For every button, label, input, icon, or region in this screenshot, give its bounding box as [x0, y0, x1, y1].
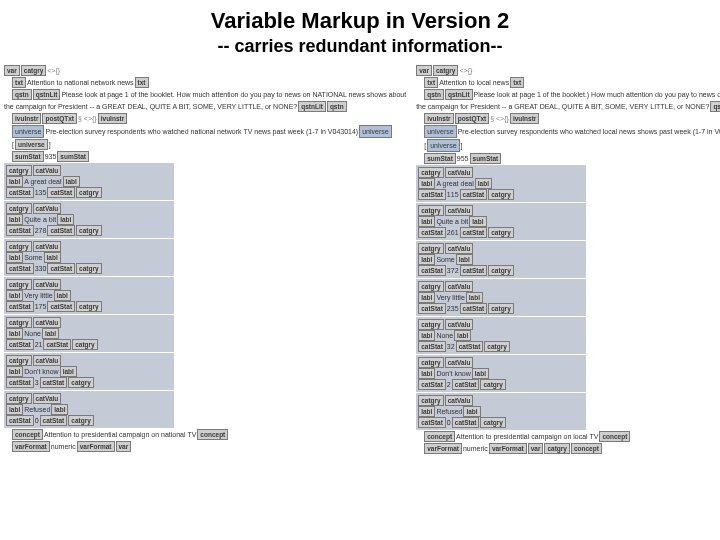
tag-close: labl — [456, 254, 473, 265]
tag-close: catgry — [76, 263, 102, 274]
cat-label: None — [436, 330, 453, 341]
tag-concept: concept — [12, 429, 43, 440]
sumstat-val: 955 — [457, 153, 469, 164]
cat-val: 0 — [447, 417, 451, 428]
tag-close: catgry — [480, 379, 506, 390]
tag-catStat: catStat — [418, 265, 446, 276]
tag-sumStat: sumStat — [424, 153, 456, 164]
sumstat-val: 935 — [45, 151, 57, 162]
tag-catStat: catStat — [418, 303, 446, 314]
cat-val: 115 — [447, 189, 459, 200]
cat-label: A great deal — [436, 178, 473, 189]
cat-val: 32 — [447, 341, 455, 352]
tag-close: catgry — [488, 189, 514, 200]
tag-labl: labl — [418, 292, 435, 303]
xml-columns: varcatgry<>{} txtAttention to national n… — [0, 57, 720, 455]
varformat-text: numeric — [463, 443, 488, 454]
var-text: Attention to national network news — [27, 77, 134, 88]
tag-catValu: catValu — [33, 393, 62, 404]
left-column: varcatgry<>{} txtAttention to national n… — [4, 65, 406, 455]
tag-postQTxt: postQTxt — [455, 113, 490, 124]
tag-close: labl — [63, 176, 80, 187]
tag-labl: labl — [6, 404, 23, 415]
caret: § <>{} — [490, 113, 509, 124]
category-block-1: catgrycatValu lablA great deallabl catSt… — [416, 165, 586, 202]
cat-label: Some — [436, 254, 454, 265]
tag-close: catStat — [47, 187, 75, 198]
tag-close: catgry — [484, 341, 510, 352]
tag-close: catgry — [488, 227, 514, 238]
tag-catValu: catValu — [445, 395, 474, 406]
tag-close: catStat — [456, 341, 484, 352]
tag-catValu: catValu — [445, 319, 474, 330]
caret: <>{} — [459, 65, 472, 76]
category-block-9: catgrycatValu lablRefusedlabl catStat0ca… — [416, 393, 586, 430]
category-block-5: catgrycatValu lablNonelabl catStat32catS… — [416, 317, 586, 354]
tag-close: txt — [510, 77, 524, 88]
tag-close: catStat — [47, 225, 75, 236]
qstn-text: Please look at page 1 of the booklet.) H… — [474, 89, 720, 100]
tag-catValu: catValu — [445, 243, 474, 254]
varformat-text: numeric — [51, 441, 76, 452]
tag-catgry: catgry — [6, 317, 32, 328]
tag-close: labl — [44, 252, 61, 263]
tag-close: catStat — [40, 415, 68, 426]
cat-val: 278 — [35, 225, 47, 236]
tag-close: catgry — [76, 187, 102, 198]
tag-qstnlit: qstnLit — [33, 89, 61, 100]
tag-close: catStat — [47, 301, 75, 312]
category-block-2: catgrycatValu lablQuite a bitlabl catSta… — [4, 201, 174, 238]
tag-close: labl — [60, 366, 77, 377]
cat-label: Very little — [24, 290, 52, 301]
category-block-1: catgrycatValu lablA great deallabl catSt… — [4, 163, 174, 200]
caret: <>{} — [47, 65, 60, 76]
tag-catStat: catStat — [418, 227, 446, 238]
tag-catValu: catValu — [33, 241, 62, 252]
tag-labl: labl — [418, 178, 435, 189]
cat-val: 261 — [447, 227, 459, 238]
category-block-9: catgrycatValu lablRefusedlabl catStat0ca… — [4, 391, 174, 428]
tag-catgry: catgry — [6, 203, 32, 214]
tag-close: catgry — [544, 443, 570, 454]
tag-labl: labl — [6, 290, 23, 301]
tag-close: catgry — [76, 301, 102, 312]
tag-close: labl — [469, 216, 486, 227]
tag-close: catgry — [480, 417, 506, 428]
tag-catValu: catValu — [33, 355, 62, 366]
tag-catStat: catStat — [418, 341, 446, 352]
tag-labl: labl — [418, 368, 435, 379]
tag-labl: labl — [6, 366, 23, 377]
tag-qstn: qstn — [424, 89, 444, 100]
cat-val: 235 — [447, 303, 459, 314]
cat-label: Refused — [24, 404, 50, 415]
tag-close: catStat — [460, 303, 488, 314]
tag-catStat: catStat — [6, 263, 34, 274]
tag-close: ivuInstr — [98, 113, 127, 124]
tag-postQTxt: postQTxt — [42, 113, 77, 124]
tag-catgry: catgry — [6, 393, 32, 404]
tag-catStat: catStat — [418, 417, 446, 428]
category-block-8: catgrycatValu lablDon't knowlabl catStat… — [4, 353, 174, 390]
cat-label: A great deal — [24, 176, 61, 187]
tag-catgry: catgry — [418, 395, 444, 406]
tag-universe: universe — [427, 139, 459, 152]
cat-label: Don't know — [436, 368, 470, 379]
tag-universe: universe — [424, 125, 456, 138]
tag-catValu: catValu — [33, 165, 62, 176]
tag-qstnlit: qstnLit — [445, 89, 473, 100]
tag-catgry: catgry — [418, 167, 444, 178]
cat-label: Quite a bit — [436, 216, 468, 227]
tag-catgry: catgry — [6, 165, 32, 176]
tag-catValu: catValu — [445, 357, 474, 368]
qstn-text: Please look at page 1 of the booklet. Ho… — [61, 89, 406, 100]
tag-catStat: catStat — [6, 301, 34, 312]
tag-close: catStat — [460, 265, 488, 276]
tag-close: labl — [475, 178, 492, 189]
tag-labl: labl — [418, 216, 435, 227]
cat-val: 135 — [35, 187, 47, 198]
cat-label: Refused — [436, 406, 462, 417]
cat-val: 330 — [35, 263, 47, 274]
tag-catValu: catValu — [33, 317, 62, 328]
tag-close: sumStat — [470, 153, 502, 164]
cat-label: Some — [24, 252, 42, 263]
